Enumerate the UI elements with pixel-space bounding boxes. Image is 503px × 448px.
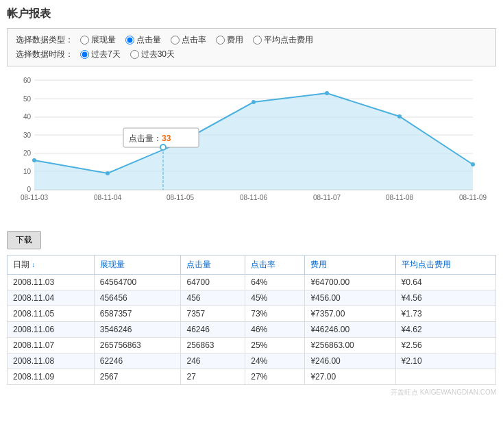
svg-point-21 <box>397 114 402 119</box>
table-row: 2008.11.03645647006470064%¥64700.00¥0.64 <box>8 275 496 290</box>
table-row: 2008.11.0635462464624646%¥46246.00¥4.62 <box>8 322 496 338</box>
svg-text:40: 40 <box>23 113 32 121</box>
svg-text:点击量：33: 点击量：33 <box>129 134 171 143</box>
svg-text:08-11-04: 08-11-04 <box>94 194 121 201</box>
svg-text:08-11-06: 08-11-06 <box>240 194 267 201</box>
type-radio-avgcost[interactable]: 平均点击费用 <box>253 34 313 46</box>
period-filter-row: 选择数据时段： 过去7天 过去30天 <box>16 49 487 60</box>
svg-text:08-11-05: 08-11-05 <box>167 194 194 201</box>
period-radio-7days[interactable]: 过去7天 <box>80 49 121 60</box>
sort-icon-date: ↓ <box>32 261 35 269</box>
watermark: 开盖旺点 KAIGEWANGDIAN.COM <box>7 388 496 397</box>
svg-text:08-11-08: 08-11-08 <box>386 194 413 201</box>
svg-point-33 <box>160 145 166 150</box>
page-title: 帐户报表 <box>7 7 496 21</box>
type-filter-row: 选择数据类型： 展现量 点击量 点击率 费用 平均点击费用 <box>16 34 487 46</box>
svg-marker-15 <box>34 93 473 190</box>
filter-box: 选择数据类型： 展现量 点击量 点击率 费用 平均点击费用 <box>7 28 496 66</box>
data-table: 日期 ↓ 展现量 点击量 点击率 费用 平均点击费用 2008.11.03645… <box>7 255 496 385</box>
col-header-impressions[interactable]: 展现量 <box>94 256 181 275</box>
table-row: 2008.11.0445645645645%¥456.00¥4.56 <box>8 290 496 306</box>
type-radio-cost[interactable]: 费用 <box>216 34 243 46</box>
period-radio-30days[interactable]: 过去30天 <box>130 49 175 60</box>
table-header-row: 日期 ↓ 展现量 点击量 点击率 费用 平均点击费用 <box>8 256 496 275</box>
type-filter-label: 选择数据类型： <box>16 34 73 46</box>
svg-text:50: 50 <box>23 95 32 103</box>
svg-text:08-11-07: 08-11-07 <box>313 194 341 201</box>
col-header-date: 日期 ↓ <box>8 256 95 275</box>
type-radio-ctr[interactable]: 点击率 <box>171 34 206 46</box>
type-radio-group: 展现量 点击量 点击率 费用 平均点击费用 <box>80 34 313 46</box>
svg-point-16 <box>32 158 36 162</box>
svg-point-22 <box>471 162 475 166</box>
svg-text:10: 10 <box>23 168 32 175</box>
svg-text:30: 30 <box>23 132 32 139</box>
table-row: 2008.11.0726575686325686325%¥256863.00¥2… <box>8 338 496 353</box>
svg-point-19 <box>251 100 256 104</box>
svg-text:60: 60 <box>23 77 32 84</box>
svg-text:0: 0 <box>27 186 31 193</box>
svg-point-17 <box>106 171 110 175</box>
svg-text:20: 20 <box>23 149 32 157</box>
col-header-avgcost[interactable]: 平均点击费用 <box>395 256 495 275</box>
svg-text:08-11-03: 08-11-03 <box>21 194 48 201</box>
table-row: 2008.11.0925672727%¥27.00 <box>8 369 496 385</box>
period-radio-group: 过去7天 过去30天 <box>80 49 175 60</box>
download-button[interactable]: 下载 <box>7 231 41 249</box>
svg-text:08-11-09: 08-11-09 <box>459 194 487 201</box>
table-row: 2008.11.056587357735773%¥7357.00¥1.73 <box>8 306 496 322</box>
col-header-clicks[interactable]: 点击量 <box>181 256 245 275</box>
svg-point-20 <box>325 91 329 95</box>
table-row: 2008.11.086224624624%¥246.00¥2.10 <box>8 353 496 369</box>
type-radio-clicks[interactable]: 点击量 <box>125 34 161 46</box>
chart-svg: 60 50 40 30 20 10 0 08-11-03 08-11 <box>7 73 493 210</box>
col-header-cost[interactable]: 费用 <box>305 256 395 275</box>
type-radio-impressions[interactable]: 展现量 <box>80 34 116 46</box>
chart-area: 60 50 40 30 20 10 0 08-11-03 08-11 <box>7 73 496 224</box>
col-header-ctr[interactable]: 点击率 <box>245 256 305 275</box>
period-filter-label: 选择数据时段： <box>16 49 73 60</box>
